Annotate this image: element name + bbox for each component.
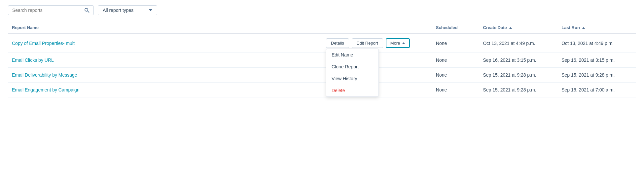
report-name-link[interactable]: Email Clicks by URL — [12, 57, 54, 63]
dropdown-view-history[interactable]: View History — [326, 73, 378, 85]
table-row: Email Engagement by CampaignNoneSep 15, … — [8, 83, 636, 97]
last-run-cell: Sep 16, 2021 at 3:15 p.m. — [557, 53, 636, 68]
more-label: More — [390, 41, 400, 46]
scheduled-cell: None — [432, 68, 479, 83]
table-header: Report Name Scheduled Create Date Last R… — [8, 22, 636, 34]
toolbar: All report types — [8, 5, 636, 15]
scheduled-cell: None — [432, 83, 479, 97]
edit-report-button[interactable]: Edit Report — [352, 38, 383, 48]
col-header-create-date[interactable]: Create Date — [479, 22, 557, 34]
filter-dropdown[interactable]: All report types — [98, 5, 157, 15]
sort-icon-last-run — [582, 27, 585, 29]
table-row: Email Clicks by URLNoneSep 16, 2021 at 3… — [8, 53, 636, 68]
report-name-cell: Copy of Email Properties- multi — [8, 34, 322, 53]
reports-table: Report Name Scheduled Create Date Last R… — [8, 22, 636, 97]
actions-cell: DetailsEdit ReportMoreEdit NameClone Rep… — [322, 34, 432, 53]
chevron-up-icon — [402, 42, 405, 44]
last-run-cell: Sep 16, 2021 at 7:00 a.m. — [557, 83, 636, 97]
last-run-cell: Sep 15, 2021 at 9:28 p.m. — [557, 68, 636, 83]
search-input[interactable] — [12, 8, 83, 13]
report-name-link[interactable]: Email Engagement by Campaign — [12, 87, 80, 92]
action-buttons: DetailsEdit ReportMoreEdit NameClone Rep… — [326, 38, 428, 48]
col-header-report-name: Report Name — [8, 22, 322, 34]
filter-label: All report types — [103, 8, 133, 13]
details-button[interactable]: Details — [326, 38, 349, 48]
last-run-cell: Oct 13, 2021 at 4:49 p.m. — [557, 34, 636, 53]
create-date-cell: Oct 13, 2021 at 4:49 p.m. — [479, 34, 557, 53]
create-date-cell: Sep 15, 2021 at 9:28 p.m. — [479, 68, 557, 83]
search-icon — [84, 8, 89, 13]
search-box[interactable] — [8, 5, 94, 15]
table-body: Copy of Email Properties- multiDetailsEd… — [8, 34, 636, 97]
report-name-link[interactable]: Email Deliverability by Message — [12, 72, 77, 78]
more-button[interactable]: More — [386, 38, 410, 48]
page-wrapper: All report types Report Name Scheduled C… — [0, 0, 644, 103]
col-header-scheduled: Scheduled — [432, 22, 479, 34]
create-date-cell: Sep 16, 2021 at 3:15 p.m. — [479, 53, 557, 68]
svg-line-1 — [88, 11, 89, 13]
report-name-link[interactable]: Copy of Email Properties- multi — [12, 41, 76, 46]
col-header-actions — [322, 22, 432, 34]
table-row: Email Deliverability by MessageNoneSep 1… — [8, 68, 636, 83]
report-name-cell: Email Deliverability by Message — [8, 68, 322, 83]
report-name-cell: Email Engagement by Campaign — [8, 83, 322, 97]
chevron-down-icon — [149, 9, 152, 11]
report-name-cell: Email Clicks by URL — [8, 53, 322, 68]
col-header-last-run[interactable]: Last Run — [557, 22, 636, 34]
sort-icon-create-date — [509, 27, 512, 29]
table-row: Copy of Email Properties- multiDetailsEd… — [8, 34, 636, 53]
scheduled-cell: None — [432, 53, 479, 68]
scheduled-cell: None — [432, 34, 479, 53]
dropdown-edit-name[interactable]: Edit Name — [326, 49, 378, 61]
more-dropdown-menu: Edit NameClone ReportView HistoryDelete — [326, 49, 379, 97]
dropdown-clone-report[interactable]: Clone Report — [326, 61, 378, 73]
svg-point-0 — [85, 8, 88, 11]
create-date-cell: Sep 15, 2021 at 9:28 p.m. — [479, 83, 557, 97]
dropdown-delete[interactable]: Delete — [326, 85, 378, 96]
